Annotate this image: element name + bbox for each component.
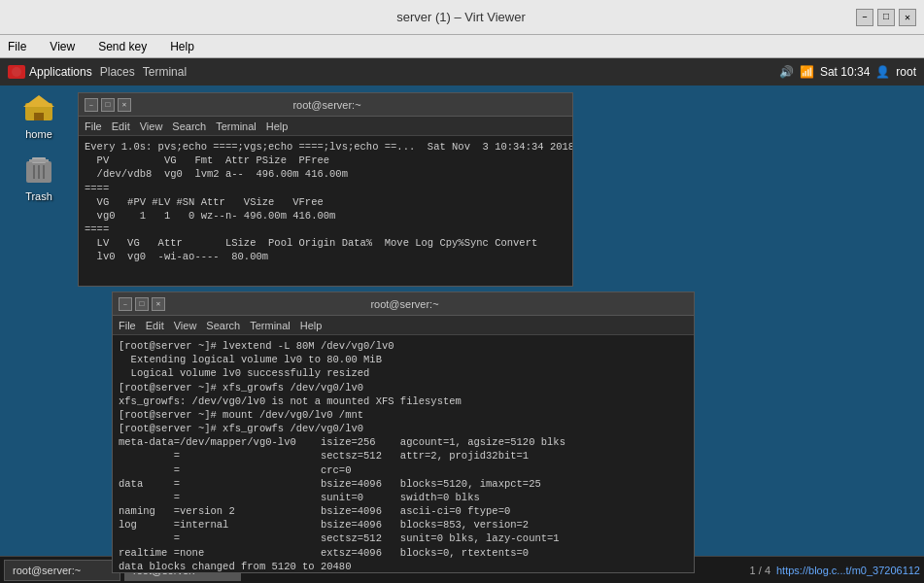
places-label[interactable]: Places <box>100 65 135 79</box>
svg-marker-2 <box>23 95 54 107</box>
terminal-window-2: – □ ✕ root@server:~ File Edit View Searc… <box>112 292 695 573</box>
home-label: home <box>25 128 52 140</box>
term2-close[interactable]: ✕ <box>152 297 165 311</box>
network-icon: 📶 <box>800 65 814 79</box>
terminal-label[interactable]: Terminal <box>143 65 187 79</box>
fedora-icon <box>8 65 25 79</box>
term1-title: root@server:~ <box>131 99 523 111</box>
taskbar-right: 1 / 4 https://blog.c...t/m0_37206112 <box>750 565 920 576</box>
term1-titlebar: – □ ✕ root@server:~ <box>79 93 572 117</box>
desktop-icons: home Trash <box>10 87 68 202</box>
menu-file[interactable]: File <box>4 38 30 55</box>
term2-content[interactable]: [root@server ~]# lvextend -L 80M /dev/vg… <box>113 335 694 572</box>
pagination: 1 / 4 <box>750 565 770 576</box>
term2-menu-help[interactable]: Help <box>300 320 323 331</box>
applications-label: Applications <box>29 65 92 79</box>
term2-menu-terminal[interactable]: Terminal <box>250 320 291 331</box>
term2-title: root@server:~ <box>165 298 644 310</box>
close-button[interactable]: ✕ <box>899 9 916 26</box>
svg-rect-3 <box>34 113 44 120</box>
minimize-button[interactable]: – <box>856 9 873 26</box>
term2-controls: – □ ✕ <box>119 297 165 311</box>
term2-minimize[interactable]: – <box>119 297 132 311</box>
term2-menu-edit[interactable]: Edit <box>146 320 164 331</box>
term1-controls: – □ ✕ <box>85 98 131 112</box>
menu-help[interactable]: Help <box>166 38 198 55</box>
app-menubar: File View Send key Help <box>0 35 924 58</box>
title-bar: server (1) – Virt Viewer – □ ✕ <box>0 0 924 35</box>
term2-menu-file[interactable]: File <box>119 320 136 331</box>
term1-maximize[interactable]: □ <box>101 98 115 112</box>
term1-menu-help[interactable]: Help <box>266 120 289 132</box>
window-title: server (1) – Virt Viewer <box>66 10 856 24</box>
desktop-icon-trash[interactable]: Trash <box>10 150 68 202</box>
window-controls: – □ ✕ <box>856 9 916 26</box>
gnome-topbar: Applications Places Terminal 🔊 📶 Sat 10:… <box>0 58 924 86</box>
volume-icon: 🔊 <box>779 65 794 79</box>
trash-icon <box>19 150 58 189</box>
term2-titlebar: – □ ✕ root@server:~ <box>113 292 694 316</box>
term2-menubar: File Edit View Search Terminal Help <box>113 316 694 335</box>
gnome-topbar-right: 🔊 📶 Sat 10:34 👤 root <box>779 65 916 79</box>
term1-menu-search[interactable]: Search <box>172 120 206 132</box>
virt-viewer-window: server (1) – Virt Viewer – □ ✕ File View… <box>0 0 924 583</box>
svg-point-0 <box>12 67 21 77</box>
menu-sendkey[interactable]: Send key <box>94 38 151 55</box>
term1-close[interactable]: ✕ <box>118 98 131 112</box>
terminal-window-1: – □ ✕ root@server:~ File Edit View Searc… <box>78 92 573 287</box>
term1-menu-terminal[interactable]: Terminal <box>216 120 257 132</box>
term1-menubar: File Edit View Search Terminal Help <box>79 117 572 136</box>
menu-view[interactable]: View <box>46 38 79 55</box>
user-icon: 👤 <box>875 65 890 79</box>
applications-menu[interactable]: Applications <box>8 65 92 79</box>
username: root <box>896 65 916 79</box>
term1-content[interactable]: Every 1.0s: pvs;echo ====;vgs;echo ====;… <box>79 136 572 286</box>
term2-menu-search[interactable]: Search <box>206 320 240 331</box>
term2-maximize[interactable]: □ <box>135 297 149 311</box>
url-hint: https://blog.c...t/m0_37206112 <box>776 565 920 576</box>
maximize-button[interactable]: □ <box>877 9 895 26</box>
term1-minimize[interactable]: – <box>85 98 98 112</box>
home-icon <box>19 87 58 126</box>
term2-menu-view[interactable]: View <box>174 320 197 331</box>
term1-menu-view[interactable]: View <box>140 120 163 132</box>
gnome-topbar-left: Applications Places Terminal <box>8 65 187 79</box>
trash-label: Trash <box>25 190 52 202</box>
svg-rect-6 <box>29 159 49 162</box>
datetime: Sat 10:34 <box>820 65 870 79</box>
term1-menu-edit[interactable]: Edit <box>112 120 130 132</box>
term1-menu-file[interactable]: File <box>85 120 102 132</box>
taskbar-item-1[interactable]: root@server:~ <box>4 560 120 581</box>
desktop-icon-home[interactable]: home <box>10 87 68 140</box>
inner-desktop: Applications Places Terminal 🔊 📶 Sat 10:… <box>0 58 924 583</box>
